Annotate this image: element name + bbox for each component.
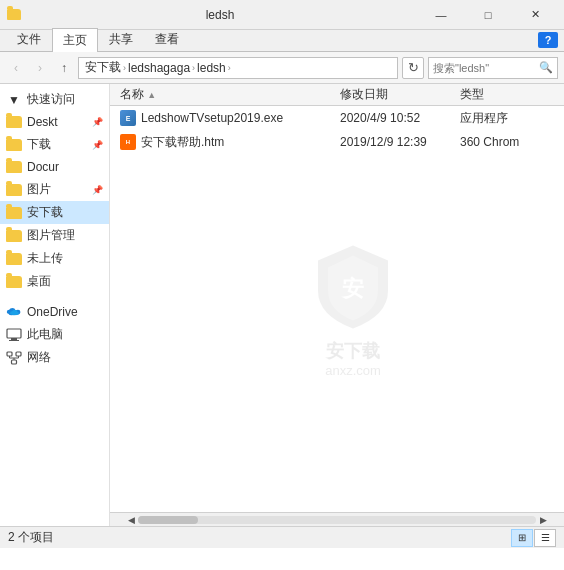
sidebar-item-thispc[interactable]: 此电脑	[0, 323, 109, 346]
onedrive-icon	[6, 304, 22, 320]
file-date: 2020/4/9 10:52	[334, 111, 454, 125]
sidebar-item-network[interactable]: 网络	[0, 346, 109, 369]
ribbon-right: ?	[538, 32, 558, 51]
watermark-text: 安下载	[313, 339, 393, 363]
file-row[interactable]: H 安下载帮助.htm 2019/12/9 12:39 360 Chrom	[110, 130, 564, 154]
svg-rect-3	[7, 352, 12, 356]
svg-rect-5	[12, 360, 17, 364]
pin-icon: 📌	[92, 117, 103, 127]
file-date: 2019/12/9 12:39	[334, 135, 454, 149]
sidebar-item-picmgr[interactable]: 图片管理	[0, 224, 109, 247]
sort-chevron-icon: ▲	[147, 90, 156, 100]
close-button[interactable]: ✕	[512, 0, 558, 30]
column-name[interactable]: 名称 ▲	[114, 86, 334, 103]
file-name-cell: H 安下载帮助.htm	[114, 134, 334, 151]
file-name: LedshowTVsetup2019.exe	[141, 111, 283, 125]
address-bar: ‹ › ↑ 安下载 › ledshagaga › ledsh › ↻ 🔍	[0, 52, 564, 84]
sidebar-item-pictures[interactable]: 图片 📌	[0, 178, 109, 201]
file-name: 安下载帮助.htm	[141, 134, 224, 151]
folder-icon	[6, 274, 22, 290]
sidebar: ▼ 快速访问 Deskt 📌 下载 📌 Docur 图片 📌 安下载	[0, 84, 110, 526]
scroll-right-button[interactable]: ▶	[536, 513, 550, 527]
forward-button[interactable]: ›	[30, 58, 50, 78]
back-button[interactable]: ‹	[6, 58, 26, 78]
file-row[interactable]: E LedshowTVsetup2019.exe 2020/4/9 10:52 …	[110, 106, 564, 130]
file-type: 360 Chrom	[454, 135, 560, 149]
refresh-button[interactable]: ↻	[402, 57, 424, 79]
sidebar-item-label: 安下载	[27, 204, 103, 221]
sidebar-item-docs[interactable]: Docur	[0, 156, 109, 178]
svg-text:安: 安	[340, 276, 364, 301]
sidebar-item-label: OneDrive	[27, 305, 103, 319]
sidebar-item-label: 未上传	[27, 250, 103, 267]
svg-rect-0	[7, 329, 21, 338]
folder-icon	[6, 228, 22, 244]
path-item-root[interactable]: 安下载	[85, 59, 121, 76]
main-area: ▼ 快速访问 Deskt 📌 下载 📌 Docur 图片 📌 安下载	[0, 84, 564, 526]
sidebar-item-unsync[interactable]: 未上传	[0, 247, 109, 270]
tab-share[interactable]: 共享	[98, 27, 144, 51]
folder-icon	[6, 251, 22, 267]
ribbon-tabs: 文件 主页 共享 查看 ?	[0, 30, 564, 52]
sidebar-header-quick-access[interactable]: ▼ 快速访问	[0, 88, 109, 111]
scroll-thumb[interactable]	[138, 516, 198, 524]
sidebar-item-label: 图片管理	[27, 227, 103, 244]
scroll-track[interactable]	[138, 516, 536, 524]
path-chevron-3: ›	[228, 63, 231, 73]
folder-icon	[6, 182, 22, 198]
svg-rect-4	[16, 352, 21, 356]
quick-access-label: 快速访问	[27, 91, 103, 108]
column-headers: 名称 ▲ 修改日期 类型	[110, 84, 564, 106]
status-bar: 2 个项目 ⊞ ☰	[0, 526, 564, 548]
search-input[interactable]	[433, 62, 536, 74]
exe-icon: E	[120, 110, 136, 126]
up-button[interactable]: ↑	[54, 58, 74, 78]
sidebar-item-label: 网络	[27, 349, 103, 366]
title-bar-controls: — □ ✕	[418, 0, 558, 30]
view-list-button[interactable]: ⊞	[511, 529, 533, 547]
folder-icon	[6, 114, 22, 130]
tab-file[interactable]: 文件	[6, 27, 52, 51]
quick-access-chevron-icon: ▼	[6, 92, 22, 108]
sidebar-item-anxz[interactable]: 安下载	[0, 201, 109, 224]
tab-view[interactable]: 查看	[144, 27, 190, 51]
path-chevron-2: ›	[192, 63, 195, 73]
svg-rect-2	[9, 340, 19, 341]
sidebar-item-label: Deskt	[27, 115, 87, 129]
help-button[interactable]: ?	[538, 32, 558, 48]
tab-home[interactable]: 主页	[52, 28, 98, 52]
htm-icon: H	[120, 134, 136, 150]
search-box[interactable]: 🔍	[428, 57, 558, 79]
sidebar-item-onedrive[interactable]: OneDrive	[0, 301, 109, 323]
address-path[interactable]: 安下载 › ledshagaga › ledsh ›	[78, 57, 398, 79]
column-date[interactable]: 修改日期	[334, 86, 454, 103]
pin-icon: 📌	[92, 140, 103, 150]
file-list: 安 安下载 anxz.com E LedshowTVsetup2019.exe …	[110, 106, 564, 512]
svg-rect-1	[11, 338, 17, 340]
pc-icon	[6, 327, 22, 343]
path-item-2[interactable]: ledshagaga	[128, 61, 190, 75]
folder-icon	[6, 137, 22, 153]
minimize-button[interactable]: —	[418, 0, 464, 30]
file-type: 应用程序	[454, 110, 560, 127]
status-count: 2 个项目	[8, 529, 511, 546]
status-views: ⊞ ☰	[511, 529, 556, 547]
window-title: ledsh	[22, 8, 418, 22]
maximize-button[interactable]: □	[465, 0, 511, 30]
search-icon[interactable]: 🔍	[539, 61, 553, 74]
path-item-3[interactable]: ledsh	[197, 61, 226, 75]
window-icon	[6, 7, 22, 23]
column-type[interactable]: 类型	[454, 86, 560, 103]
horizontal-scrollbar[interactable]: ◀ ▶	[110, 512, 564, 526]
scroll-left-button[interactable]: ◀	[124, 513, 138, 527]
content-area: 名称 ▲ 修改日期 类型 安 安下载	[110, 84, 564, 526]
title-bar-icons	[6, 7, 22, 23]
file-name-cell: E LedshowTVsetup2019.exe	[114, 110, 334, 126]
sidebar-item-label: 图片	[27, 181, 87, 198]
sidebar-item-desktop[interactable]: Deskt 📌	[0, 111, 109, 133]
title-bar: ledsh — □ ✕	[0, 0, 564, 30]
sidebar-item-download[interactable]: 下载 📌	[0, 133, 109, 156]
sidebar-item-tableface[interactable]: 桌面	[0, 270, 109, 293]
view-detail-button[interactable]: ☰	[534, 529, 556, 547]
sidebar-item-label: Docur	[27, 160, 103, 174]
